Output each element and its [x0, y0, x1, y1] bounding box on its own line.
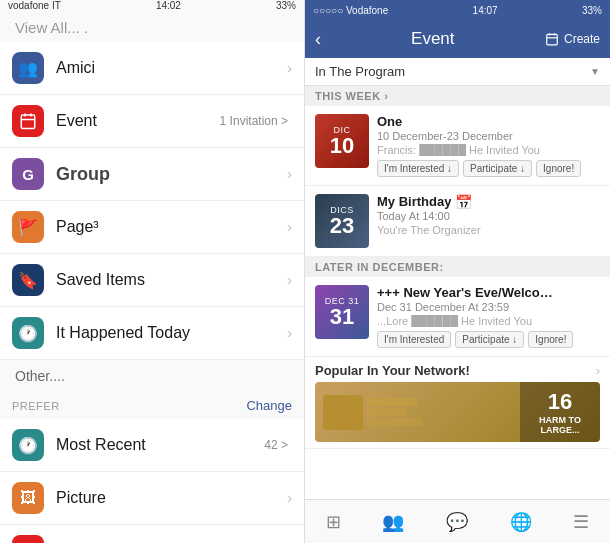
- right-panel: ○○○○○ Vodafone 14:07 33% ‹ Event Create …: [305, 0, 610, 543]
- amici-icon: 👥: [12, 52, 44, 84]
- pref-item-special[interactable]: ⭐ Special 1 >: [0, 525, 304, 543]
- create-label: Create: [564, 32, 600, 46]
- status-bar-right: ○○○○○ Vodafone 14:07 33%: [305, 0, 610, 20]
- menu-item-page[interactable]: 🚩 Page³ ›: [0, 201, 304, 254]
- filter-arrow-icon: ▼: [590, 66, 600, 77]
- special-icon: ⭐: [12, 535, 44, 543]
- event-item-christmas: DIC 10 One 10 December-23 December Franc…: [305, 106, 610, 186]
- event-info-birthday: My Birthday 📅 Today At 14:00 You're The …: [377, 194, 600, 240]
- event-info-nye: +++ New Year's Eve/Welcome 2016+++ @ Sou…: [377, 285, 600, 348]
- group-chevron: ›: [287, 166, 292, 182]
- interested-button-nye[interactable]: I'm Interested: [377, 331, 451, 348]
- event-icon: [12, 105, 44, 137]
- popular-section: Popular In Your Network! › 16 HARM TO LA…: [305, 357, 610, 449]
- picture-label: Picture: [56, 489, 287, 507]
- section-later-december: LATER IN DECEMBER:: [305, 257, 610, 277]
- popular-chevron-icon: ›: [596, 363, 600, 378]
- happened-chevron: ›: [287, 325, 292, 341]
- event-name-nye: +++ New Year's Eve/Welcome 2016+++ @ Sou…: [377, 285, 557, 300]
- menu-item-group[interactable]: G Group ›: [0, 148, 304, 201]
- create-button[interactable]: Create: [545, 32, 600, 47]
- page-icon: 🚩: [12, 211, 44, 243]
- event-sub-nye: ...Lore ██████ He Invited You: [377, 315, 557, 327]
- other-link[interactable]: Other....: [0, 360, 304, 392]
- amici-chevron: ›: [287, 60, 292, 76]
- event-item-birthday: DICS 23 My Birthday 📅 Today At 14:00 You…: [305, 186, 610, 257]
- event-thumb-birthday: DICS 23: [315, 194, 369, 248]
- event-filter-bar[interactable]: In The Program ▼: [305, 58, 610, 86]
- carrier-left: vodafone IT: [8, 0, 61, 11]
- svg-rect-4: [546, 35, 557, 46]
- most-recent-badge: 42 >: [264, 438, 288, 452]
- signal-left: 33%: [276, 0, 296, 11]
- event-header: ‹ Event Create: [305, 20, 610, 58]
- tab-home-right[interactable]: ⊞: [326, 511, 341, 533]
- happened-label: It Happened Today: [56, 324, 287, 342]
- ignore-button-nye[interactable]: Ignore!: [528, 331, 573, 348]
- tab-menu-right[interactable]: ☰: [573, 511, 589, 533]
- change-button[interactable]: Change: [246, 398, 292, 413]
- participate-button-christmas[interactable]: Participate ↓: [463, 160, 532, 177]
- pref-item-most-recent[interactable]: 🕐 Most Recent 42 >: [0, 419, 304, 472]
- event-name-christmas: One: [377, 114, 557, 129]
- popular-text2: LARGE...: [540, 425, 579, 435]
- event-info-christmas: One 10 December-23 December Francis: ███…: [377, 114, 600, 177]
- amici-label: Amici: [56, 59, 287, 77]
- view-all-link[interactable]: View All... .: [0, 11, 304, 42]
- time-left: 14:02: [156, 0, 181, 11]
- event-date-nye: Dec 31 December At 23:59: [377, 301, 600, 313]
- event-name-birthday: My Birthday: [377, 194, 451, 209]
- ignore-button-christmas[interactable]: Ignore!: [536, 160, 581, 177]
- bottom-tab-bar-right: ⊞ 👥 💬 🌐 ☰: [305, 499, 610, 543]
- group-label: Group: [56, 164, 287, 185]
- event-item-nye: Dec 31 31 +++ New Year's Eve/Welcome 201…: [305, 277, 610, 357]
- event-date-birthday: Today At 14:00: [377, 210, 600, 222]
- tab-chat-right[interactable]: 💬: [446, 511, 468, 533]
- saved-label: Saved Items: [56, 271, 287, 289]
- event-page-title: Event: [321, 29, 545, 49]
- left-panel: vodafone IT 14:02 33% View All... . 👥 Am…: [0, 0, 305, 543]
- menu-item-event[interactable]: Event 1 Invitation >: [0, 95, 304, 148]
- event-label: Event: [56, 112, 220, 130]
- prefer-header: PREFER Change: [0, 392, 304, 419]
- page-chevron: ›: [287, 219, 292, 235]
- event-thumb-christmas: DIC 10: [315, 114, 369, 168]
- event-sub-christmas: Francis: ██████ He Invited You: [377, 144, 557, 156]
- most-recent-label: Most Recent: [56, 436, 264, 454]
- status-bar-left: vodafone IT 14:02 33%: [0, 0, 304, 11]
- event-badge: 1 Invitation >: [220, 114, 288, 128]
- saved-icon: 🔖: [12, 264, 44, 296]
- popular-title: Popular In Your Network!: [315, 363, 470, 378]
- popular-count-overlay: 16 HARM TO LARGE...: [520, 382, 600, 442]
- menu-item-amici[interactable]: 👥 Amici ›: [0, 42, 304, 95]
- most-recent-icon: 🕐: [12, 429, 44, 461]
- carrier-right: ○○○○○ Vodafone: [313, 5, 388, 16]
- popular-count: 16: [548, 389, 572, 415]
- popular-image[interactable]: 16 HARM TO LARGE...: [315, 382, 600, 442]
- pref-item-picture[interactable]: 🖼 Picture ›: [0, 472, 304, 525]
- interested-button-christmas[interactable]: I'm Interested ↓: [377, 160, 459, 177]
- signal-right: 33%: [582, 5, 602, 16]
- event-date-christmas: 10 December-23 December: [377, 130, 600, 142]
- menu-item-saved[interactable]: 🔖 Saved Items ›: [0, 254, 304, 307]
- happened-icon: 🕐: [12, 317, 44, 349]
- saved-chevron: ›: [287, 272, 292, 288]
- svg-rect-0: [21, 115, 35, 129]
- picture-icon: 🖼: [12, 482, 44, 514]
- menu-item-happened[interactable]: 🕐 It Happened Today ›: [0, 307, 304, 360]
- tab-globe-right[interactable]: 🌐: [510, 511, 532, 533]
- event-thumb-nye: Dec 31 31: [315, 285, 369, 339]
- group-icon: G: [12, 158, 44, 190]
- page-label: Page³: [56, 218, 287, 236]
- popular-header: Popular In Your Network! ›: [315, 363, 600, 378]
- section-this-week: THIS WEEK ›: [305, 86, 610, 106]
- prefer-label: PREFER: [12, 400, 60, 412]
- participate-button-nye[interactable]: Participate ↓: [455, 331, 524, 348]
- popular-text: HARM TO: [539, 415, 581, 425]
- event-sub-birthday: You're The Organizer: [377, 224, 557, 236]
- filter-label: In The Program: [315, 64, 405, 79]
- tab-people-right[interactable]: 👥: [382, 511, 404, 533]
- birthday-icon: 📅: [455, 194, 472, 210]
- event-actions-christmas: I'm Interested ↓ Participate ↓ Ignore!: [377, 160, 600, 177]
- event-actions-nye: I'm Interested Participate ↓ Ignore!: [377, 331, 600, 348]
